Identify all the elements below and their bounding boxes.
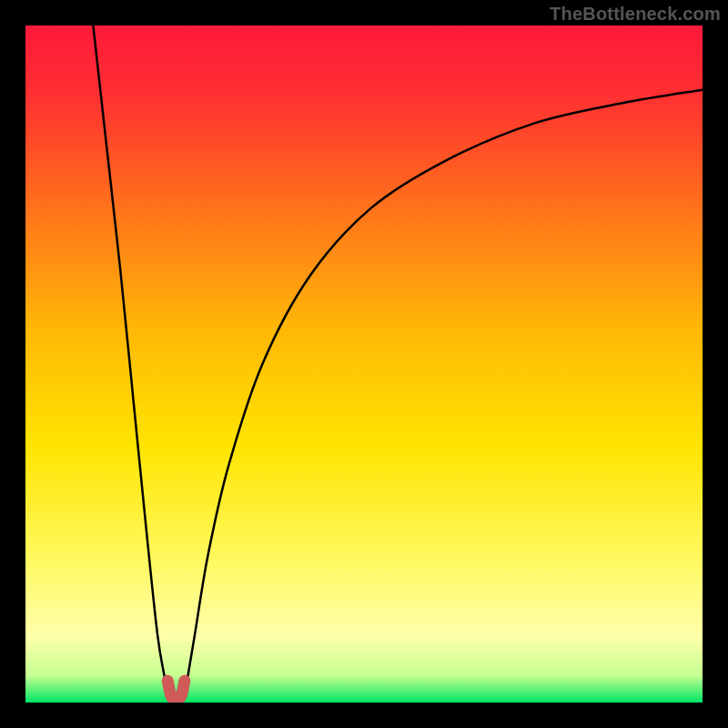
watermark-text: TheBottleneck.com: [550, 4, 721, 25]
bottleneck-chart: [25, 25, 703, 703]
chart-svg: [25, 25, 703, 703]
gradient-background: [25, 25, 703, 703]
